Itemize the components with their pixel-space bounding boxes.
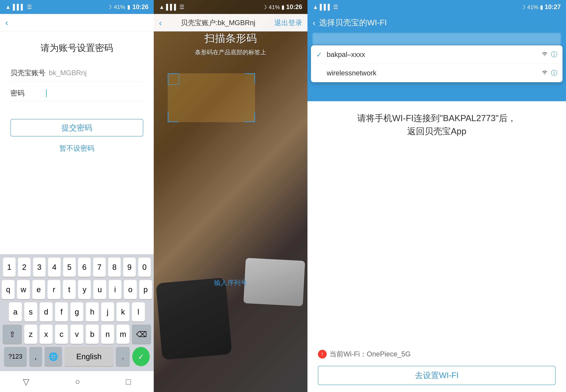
battery-icon-p2: ▮	[281, 4, 285, 10]
key-r[interactable]: r	[47, 280, 60, 299]
key-h[interactable]: h	[86, 302, 99, 322]
key-t[interactable]: t	[63, 280, 76, 299]
scan-corner-tr	[245, 73, 255, 84]
current-wifi-row: ! 当前Wi-Fi：OnePiece_5G	[318, 349, 555, 359]
key-p[interactable]: p	[139, 280, 152, 299]
wifi-info-bakpal[interactable]: ⓘ	[551, 50, 557, 59]
nav-back-icon[interactable]: ▽	[23, 377, 29, 387]
wifi-item-wireless[interactable]: ✓ wirelessnetwork ⓘ	[311, 64, 563, 82]
key-c[interactable]: c	[55, 325, 68, 344]
key-e[interactable]: e	[32, 280, 45, 299]
key-0[interactable]: 0	[138, 258, 151, 277]
wifi-name-wireless: wirelessnetwork	[327, 69, 541, 77]
moon-icon: ☽	[107, 4, 112, 10]
page-title-p1: 请为账号设置密码	[11, 42, 143, 54]
key-5[interactable]: 5	[63, 258, 76, 277]
key-g[interactable]: g	[70, 302, 83, 322]
logout-button[interactable]: 退出登录	[274, 18, 302, 28]
key-8[interactable]: 8	[108, 258, 121, 277]
panel3-nav: ‹ 选择贝壳宝的WI-FI	[307, 14, 566, 31]
key-d[interactable]: d	[40, 302, 53, 322]
key-globe[interactable]: 🌐	[44, 347, 62, 366]
key-k[interactable]: k	[116, 302, 130, 322]
status-bar-panel2: ▲ ▌▌▌ ☰ ☽ 41% ▮ 10:26	[154, 0, 307, 14]
key-a[interactable]: a	[9, 302, 22, 322]
key-send[interactable]: ✓	[132, 347, 150, 366]
camera-view	[154, 0, 307, 392]
back-button-p3[interactable]: ‹	[313, 18, 316, 28]
key-v[interactable]: v	[70, 325, 83, 344]
key-m[interactable]: m	[116, 325, 130, 344]
account-label: 贝壳宝账号	[11, 68, 45, 78]
nav-recent-icon[interactable]: □	[126, 377, 131, 386]
scan-corner-br	[245, 112, 255, 122]
key-comma[interactable]: ,	[29, 347, 42, 366]
time-p3: 10:27	[545, 3, 561, 11]
key-dot[interactable]: .	[116, 347, 130, 366]
goto-wifi-button[interactable]: 去设置WI-FI	[318, 366, 555, 385]
key-j[interactable]: j	[101, 302, 114, 322]
back-button-p1[interactable]: ‹	[5, 18, 8, 28]
wifi-dropdown: ✓ bakpal–xxxx ⓘ ✓ wirelessnetwork	[311, 45, 563, 82]
panel3-nav-title: 选择贝壳宝的WI-FI	[319, 17, 387, 28]
key-z[interactable]: z	[24, 325, 37, 344]
panel2-header-title: 贝壳宝账户:bk_MGBRnj	[181, 18, 255, 28]
wifi-info-wireless[interactable]: ⓘ	[551, 69, 557, 77]
cursor-indicator	[45, 89, 47, 97]
signal-icon-p3: ▌▌▌	[320, 4, 332, 10]
battery-p3: 41%	[527, 4, 538, 10]
key-7[interactable]: 7	[93, 258, 106, 277]
key-o[interactable]: o	[124, 280, 137, 299]
key-2[interactable]: 2	[18, 258, 30, 277]
scan-corner-tl	[168, 73, 178, 84]
key-x[interactable]: x	[40, 325, 53, 344]
key-backspace[interactable]: ⌫	[132, 325, 151, 344]
wifi-icon-p2: ▲	[159, 4, 165, 10]
submit-password-button[interactable]: 提交密码	[11, 119, 143, 137]
key-n[interactable]: n	[101, 325, 114, 344]
key-q[interactable]: q	[2, 280, 15, 299]
scan-overlay: 扫描条形码 条形码在产品底部的标签上	[154, 31, 307, 56]
key-f[interactable]: f	[55, 302, 68, 322]
back-button-p2[interactable]: ‹	[159, 18, 162, 28]
key-1[interactable]: 1	[3, 258, 15, 277]
key-s[interactable]: s	[24, 302, 37, 322]
wifi-item-bakpal[interactable]: ✓ bakpal–xxxx ⓘ	[311, 45, 563, 64]
scan-subtitle: 条形码在产品底部的标签上	[195, 48, 266, 56]
battery-p2: 41%	[269, 4, 280, 10]
key-w[interactable]: w	[17, 280, 30, 299]
key-123[interactable]: ?123	[4, 347, 27, 366]
key-b[interactable]: b	[86, 325, 99, 344]
key-l[interactable]: l	[132, 302, 145, 322]
password-row[interactable]: 密码	[11, 88, 143, 102]
keyboard-num-row: 1 2 3 4 5 6 7 8 9 0	[2, 258, 152, 277]
notify-icon-p3: ☰	[333, 4, 338, 10]
time-p1: 10:26	[132, 3, 148, 11]
wifi-select-panel: ▲ ▌▌▌ ☰ ☽ 41% ▮ 10:27 ‹ 选择贝壳宝的WI-FI ✓ ba…	[307, 0, 566, 392]
moon-icon-p3: ☽	[521, 4, 526, 10]
key-english[interactable]: English	[64, 347, 113, 366]
key-6[interactable]: 6	[78, 258, 91, 277]
enter-serial-link[interactable]: 输入序列号	[154, 278, 307, 287]
key-9[interactable]: 9	[123, 258, 136, 277]
keyboard-qwerty-row: q w e r t y u i o p	[2, 280, 152, 299]
panel3-body: 请将手机WI-FI连接到"BAKPAL2773"后，返回贝壳宝App ! 当前W…	[307, 101, 566, 392]
keyboard-bottom-row: ?123 , 🌐 English . ✓	[2, 347, 152, 366]
key-4[interactable]: 4	[48, 258, 61, 277]
key-3[interactable]: 3	[33, 258, 46, 277]
nav-home-icon[interactable]: ○	[75, 377, 80, 386]
wifi-check-icon: ✓	[316, 51, 325, 59]
key-u[interactable]: u	[93, 280, 106, 299]
scan-title: 扫描条形码	[204, 31, 257, 45]
scan-box-bg	[168, 73, 255, 122]
device-black-shape	[156, 277, 232, 360]
key-shift[interactable]: ⇧	[3, 325, 22, 344]
status-bar-right: ☽ 41% ▮ 10:26	[107, 3, 148, 11]
key-i[interactable]: i	[109, 280, 121, 299]
time-p2: 10:26	[286, 3, 302, 11]
key-y[interactable]: y	[78, 280, 91, 299]
status-bar-panel1: ▲ ▌▌▌ ☰ ☽ 41% ▮ 10:26	[0, 0, 154, 14]
barcode-scan-panel: ▲ ▌▌▌ ☰ ☽ 41% ▮ 10:26 ‹ 贝壳宝账户:bk_MGBRnj …	[154, 0, 307, 392]
skip-password-link[interactable]: 暂不设密码	[11, 143, 143, 153]
signal-icon: ▌▌▌	[13, 4, 25, 10]
